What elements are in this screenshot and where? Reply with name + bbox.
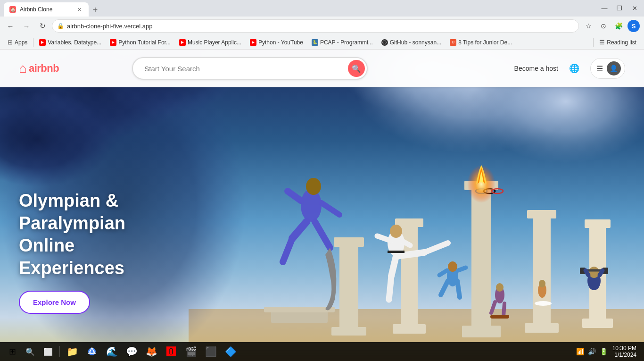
close-button[interactable]: ✕ <box>629 3 640 14</box>
lens-icon[interactable]: ⊙ <box>597 19 610 33</box>
bookmark-python-youtube-label: Python - YouTube <box>258 39 303 46</box>
start-button[interactable]: ⊞ <box>4 343 21 360</box>
taskbar-app-chrome[interactable] <box>83 343 101 360</box>
hamburger-icon: ☰ <box>596 64 603 73</box>
wifi-icon[interactable]: 📶 <box>575 347 585 356</box>
svg-line-39 <box>396 252 424 256</box>
svg-rect-26 <box>334 237 364 247</box>
minimize-button[interactable]: — <box>599 3 610 14</box>
taskbar-app-whatsapp[interactable]: 💬 <box>122 343 141 360</box>
bookmark-github[interactable]: ◯ GitHub - sonnysan... <box>378 38 445 47</box>
user-avatar: 👤 <box>607 61 621 76</box>
svg-point-59 <box>535 301 552 306</box>
taskbar-app-terminal[interactable]: ⬛ <box>201 343 220 360</box>
whatsapp-icon: 💬 <box>126 346 138 357</box>
profile-icon[interactable]: S <box>627 19 640 33</box>
new-tab-button[interactable]: + <box>89 3 102 17</box>
edge-icon: 🌊 <box>106 346 118 357</box>
airbnb-logo-icon: ⌂ <box>19 61 27 76</box>
active-tab[interactable]: 🏠 Airbnb Clone ✕ <box>4 2 89 17</box>
svg-rect-15 <box>471 186 491 328</box>
chrome-icon <box>87 347 97 356</box>
bookmark-music-player[interactable]: ▶ Music Player Applic... <box>175 38 245 47</box>
svg-point-70 <box>91 350 93 353</box>
address-bar[interactable]: 🔒 airbnb-clone-phi-five.vercel.app <box>52 19 579 33</box>
bookmark-star-icon[interactable]: ☆ <box>582 19 595 33</box>
search-input[interactable] <box>132 57 368 80</box>
firefox-icon: 🦊 <box>146 346 157 357</box>
svg-line-51 <box>458 268 466 270</box>
volume-icon[interactable]: 🔊 <box>587 347 597 356</box>
system-clock[interactable]: 10:30 PM 1/1/2024 <box>612 345 636 358</box>
search-button[interactable]: 🔍 <box>348 60 365 77</box>
bookmark-apps[interactable]: ⊞ Apps <box>4 38 31 47</box>
task-view-button[interactable]: ⬜ <box>40 343 57 360</box>
extension-icon[interactable]: 🧩 <box>612 19 625 33</box>
bookmark-python-tutorial[interactable]: ▶ Python Tutorial For... <box>106 38 174 47</box>
windows-taskbar: ⊞ 🔍 ⬜ 📁 🌊 💬 🦊 🅾 🎬 ⬛ 🔷 📶 <box>0 342 644 361</box>
svg-line-55 <box>504 303 504 316</box>
taskbar-app-firefox[interactable]: 🦊 <box>142 343 161 360</box>
svg-rect-27 <box>331 327 366 336</box>
nav-right-actions: Become a host 🌐 ☰ 👤 <box>514 58 625 79</box>
svg-rect-17 <box>462 326 501 337</box>
maximize-button[interactable]: ❐ <box>614 3 625 14</box>
battery-icon[interactable]: 🔋 <box>599 347 609 356</box>
clock-date: 1/1/2024 <box>612 352 636 358</box>
bookmark-python-tutorial-label: Python Tutorial For... <box>118 39 171 46</box>
globe-icon: 🌐 <box>569 63 579 74</box>
taskbar-app-file-explorer[interactable]: 📁 <box>63 343 82 360</box>
browser-chrome: 🏠 Airbnb Clone ✕ + — ❐ ✕ ← → ↻ 🔒 airbnb-… <box>0 0 644 50</box>
taskbar-app-vlc[interactable]: 🎬 <box>182 343 200 360</box>
profile-avatar: S <box>627 20 640 32</box>
svg-rect-56 <box>490 315 509 319</box>
taskbar-divider <box>59 346 60 357</box>
toolbar-actions: ☆ ⊙ 🧩 S <box>582 19 640 33</box>
window-controls: — ❐ ✕ <box>599 3 640 14</box>
svg-rect-13 <box>527 210 556 218</box>
hero-text-area: Olympian & Paralympian Online Experience… <box>19 190 125 314</box>
tab-close-button[interactable]: ✕ <box>75 6 83 13</box>
svg-rect-29 <box>264 307 335 312</box>
back-button[interactable]: ← <box>4 19 17 33</box>
taskbar-app-opera[interactable]: 🅾 <box>162 343 181 360</box>
taskbar-app-vscode[interactable]: 🔷 <box>221 343 240 360</box>
bookmark-variables[interactable]: ▶ Variables, Datatype... <box>35 38 105 47</box>
bookmark-tips-junior[interactable]: U 8 Tips for Junior De... <box>446 38 516 47</box>
taskbar-app-edge[interactable]: 🌊 <box>102 343 121 360</box>
svg-point-31 <box>306 178 321 195</box>
svg-point-47 <box>448 261 457 272</box>
refresh-button[interactable]: ↻ <box>36 19 49 33</box>
opera-icon: 🅾 <box>166 346 176 357</box>
bookmark-pcap-label: PCAP - Programmi... <box>320 39 373 46</box>
become-host-link[interactable]: Become a host <box>514 65 558 72</box>
svg-rect-10 <box>585 219 611 228</box>
svg-line-49 <box>457 281 460 297</box>
clock-time: 10:30 PM <box>612 345 636 352</box>
airbnb-logo[interactable]: ⌂ airbnb <box>19 61 59 76</box>
svg-rect-24 <box>393 324 426 334</box>
svg-rect-25 <box>339 243 358 330</box>
user-menu-button[interactable]: ☰ 👤 <box>590 58 625 79</box>
svg-point-61 <box>589 267 599 278</box>
bookmark-apps-label: Apps <box>15 39 27 46</box>
hero-heading-line4: Experiences <box>19 258 124 278</box>
tab-title: Airbnb Clone <box>20 6 72 13</box>
bookmark-tips-junior-label: 8 Tips for Junior De... <box>458 39 512 46</box>
taskbar-search-button[interactable]: 🔍 <box>22 343 39 360</box>
forward-button[interactable]: → <box>20 19 33 33</box>
language-selector-button[interactable]: 🌐 <box>566 60 583 77</box>
svg-line-42 <box>389 276 391 300</box>
system-tray-icons: 📶 🔊 🔋 <box>575 347 609 356</box>
hero-heading-line3: Online <box>19 235 74 255</box>
explore-now-button[interactable]: Explore Now <box>19 291 90 314</box>
bookmark-reading-list[interactable]: ☰ Reading list <box>595 38 640 47</box>
bookmark-pcap[interactable]: 🐍 PCAP - Programmi... <box>308 38 377 47</box>
title-bar: 🏠 Airbnb Clone ✕ + — ❐ ✕ <box>0 0 644 17</box>
svg-point-38 <box>390 225 402 238</box>
svg-line-66 <box>600 270 603 275</box>
bookmark-variables-label: Variables, Datatype... <box>48 39 101 46</box>
bookmark-python-youtube[interactable]: ▶ Python - YouTube <box>246 38 307 47</box>
vlc-icon: 🎬 <box>185 346 197 357</box>
svg-rect-11 <box>582 319 613 328</box>
